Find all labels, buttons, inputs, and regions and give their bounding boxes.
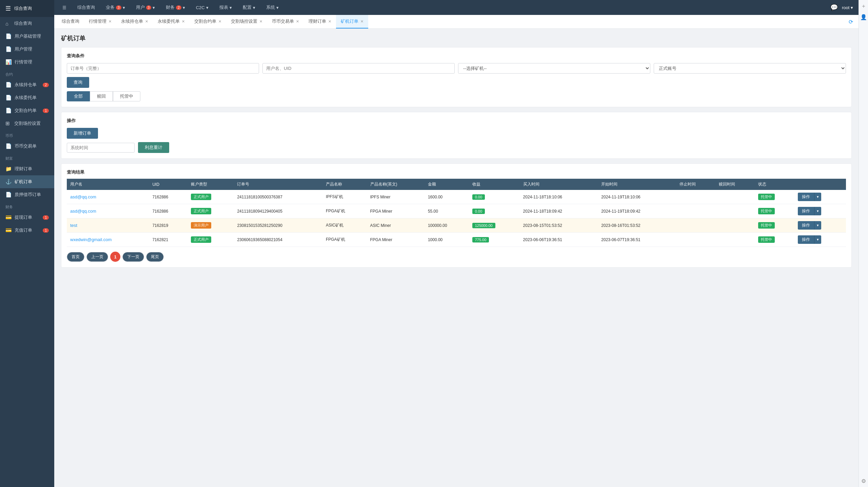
action-dropdown-button[interactable]: ▾ — [814, 207, 821, 215]
username-link[interactable]: asd@qq.com — [70, 209, 96, 214]
action-button[interactable]: 操作 — [798, 221, 814, 230]
tab-交割场控设置[interactable]: 交割场控设置 ✕ — [226, 15, 267, 28]
user-avatar-icon[interactable]: 👤 — [860, 14, 867, 20]
topnav-item-财务[interactable]: 财务 2 ▾ — [163, 4, 188, 11]
new-order-button[interactable]: 新增订单 — [67, 128, 98, 139]
tab-close-理财订单[interactable]: ✕ — [328, 19, 331, 24]
sidebar-item-提现订单[interactable]: 💳 提现订单 1 — [0, 211, 54, 224]
topnav-menu[interactable]: ☰ — [60, 5, 69, 10]
page-last-button[interactable]: 尾页 — [146, 252, 164, 262]
topnav-item-报表[interactable]: 报表 ▾ — [217, 4, 235, 11]
card-icon: 💳 — [5, 227, 12, 233]
tab-理财订单[interactable]: 理财订单 ✕ — [304, 15, 336, 28]
action-dropdown-button[interactable]: ▾ — [814, 193, 821, 201]
cell-buy-time: 2024-11-18T18:09:42 — [520, 204, 598, 218]
tab-close-永续持仓单[interactable]: ✕ — [145, 19, 148, 24]
revenue-badge: 125000.00 — [472, 223, 495, 228]
sidebar-item-充值订单[interactable]: 💳 充值订单 1 — [0, 224, 54, 237]
tab-close-矿机订单[interactable]: ✕ — [360, 19, 363, 24]
action-button[interactable]: 操作 — [798, 207, 814, 215]
tab-交割合约单[interactable]: 交割合约单 ✕ — [190, 15, 226, 28]
username-link[interactable]: test — [70, 223, 77, 228]
recalc-button[interactable]: 利息重计 — [138, 142, 169, 153]
tab-永续委托单[interactable]: 永续委托单 ✕ — [153, 15, 190, 28]
sidebar-item-行情管理[interactable]: 📊 行情管理 — [0, 56, 54, 69]
search-button[interactable]: 查询 — [67, 77, 89, 88]
cell-uid: 7162886 — [149, 190, 188, 204]
action-button[interactable]: 操作 — [798, 193, 814, 201]
refresh-icon[interactable]: ⟳ — [846, 19, 856, 25]
cell-status: 托管中 — [755, 190, 795, 204]
chat-icon[interactable]: 💬 — [830, 4, 838, 11]
sidebar-item-矿机订单[interactable]: ⚓ 矿机订单 — [0, 175, 54, 188]
topnav-item-系统[interactable]: 系统 ▾ — [263, 4, 281, 11]
filter-tab-redeemed[interactable]: 赎回 — [90, 91, 113, 101]
username-uid-input[interactable] — [262, 63, 455, 74]
tab-close-币币交易单[interactable]: ✕ — [296, 19, 299, 24]
sidebar-item-永续持仓单[interactable]: 📄 永续持仓单 2 — [0, 78, 54, 91]
topnav-item-配置[interactable]: 配置 ▾ — [240, 4, 258, 11]
action-dropdown-button[interactable]: ▾ — [814, 235, 821, 244]
sidebar-header[interactable]: ☰ 综合查询 — [0, 0, 54, 17]
revenue-badge: 0.00 — [472, 209, 485, 214]
page-first-button[interactable]: 首页 — [67, 252, 84, 262]
filter-tab-all[interactable]: 全部 — [67, 91, 90, 101]
username-link[interactable]: wxedwin@gmail.com — [70, 237, 112, 242]
topnav-item-综合查询[interactable]: 综合查询 — [75, 4, 98, 11]
topnav: ☰ 综合查询 业务 3 ▾ 用户 3 ▾ 财务 2 ▾ C2C ▾ 报表 ▾ 配 — [54, 0, 859, 15]
settings-icon[interactable]: ⚙ — [861, 478, 866, 484]
account-type-select[interactable]: 正式账号 演示账号 — [654, 63, 846, 74]
action-dropdown-button[interactable]: ▾ — [814, 221, 821, 230]
tab-永续持仓单[interactable]: 永续持仓单 ✕ — [116, 15, 153, 28]
status-badge: 托管中 — [758, 208, 775, 214]
sidebar-item-用户管理[interactable]: 📄 用户管理 — [0, 43, 54, 56]
tab-币币交易单[interactable]: 币币交易单 ✕ — [267, 15, 304, 28]
sidebar-item-用户基础管理[interactable]: 📄 用户基础管理 — [0, 30, 54, 43]
action-button[interactable]: 操作 — [798, 235, 814, 244]
tab-close-交割场控设置[interactable]: ✕ — [259, 19, 262, 24]
system-time-input[interactable] — [67, 143, 135, 153]
cell-start-time: 2024-11-19T18:10:06 — [598, 190, 676, 204]
topnav-right: 💬 root ▾ — [830, 4, 853, 11]
sidebar-item-label: 质押借币订单 — [15, 192, 41, 198]
tab-矿机订单[interactable]: 矿机订单 ✕ — [336, 15, 368, 28]
page-prev-button[interactable]: 上一页 — [86, 252, 108, 262]
sidebar-item-综合查询[interactable]: ⌂ 综合查询 — [0, 17, 54, 30]
cell-redeem-time — [715, 233, 755, 247]
tab-综合查询[interactable]: 综合查询 — [57, 15, 84, 28]
topnav-item-C2C[interactable]: C2C ▾ — [193, 5, 211, 10]
action-btn-group: 操作 ▾ — [798, 221, 843, 230]
cell-order-no: 2306061936508802105​4 — [234, 233, 322, 247]
cell-product-name: ASIC矿机 — [322, 218, 367, 233]
sidebar-item-币币交易单[interactable]: 📄 币币交易单 — [0, 140, 54, 153]
sidebar-item-交割场控设置[interactable]: ⊞ 交割场控设置 — [0, 117, 54, 130]
sidebar-item-永续委托单[interactable]: 📄 永续委托单 — [0, 91, 54, 104]
plus-icon[interactable]: ＋ — [861, 3, 866, 10]
cell-status: 托管中 — [755, 233, 795, 247]
sidebar-item-交割合约单[interactable]: 📄 交割合约单 1 — [0, 104, 54, 117]
order-number-input[interactable] — [67, 63, 259, 74]
page-next-button[interactable]: 下一页 — [122, 252, 144, 262]
topnav-item-业务[interactable]: 业务 3 ▾ — [103, 4, 128, 11]
tab-close-永续委托单[interactable]: ✕ — [182, 19, 185, 24]
sidebar-item-理财订单[interactable]: 📁 理财订单 — [0, 162, 54, 175]
topnav-user[interactable]: root ▾ — [842, 5, 853, 10]
topnav-label: 系统 — [266, 4, 275, 11]
sidebar-item-label: 永续持仓单 — [15, 82, 37, 88]
sidebar-item-label: 行情管理 — [15, 59, 32, 65]
tab-行情管理[interactable]: 行情管理 ✕ — [84, 15, 116, 28]
tab-close-交割合约单[interactable]: ✕ — [218, 19, 221, 24]
filter-tab-hosting[interactable]: 托管中 — [113, 91, 140, 101]
username-link[interactable]: asd@qq.com — [70, 194, 96, 199]
col-amount: 金额 — [425, 179, 469, 190]
topnav-item-用户[interactable]: 用户 3 ▾ — [133, 4, 158, 11]
miner-select[interactable]: --选择矿机-- IPFS矿机 FPGA矿机 ASIC矿机 — [458, 63, 650, 74]
cell-status: 托管中 — [755, 218, 795, 233]
ops-row: 新增订单 — [67, 128, 846, 139]
cell-action: 操作 ▾ — [794, 204, 846, 218]
chevron-down-icon: ▾ — [206, 5, 209, 10]
sidebar-section-main: ⌂ 综合查询 📄 用户基础管理 📄 用户管理 📊 行情管理 — [0, 17, 54, 69]
tab-close-行情管理[interactable]: ✕ — [108, 19, 112, 24]
sidebar-item-质押借币订单[interactable]: 📄 质押借币订单 — [0, 188, 54, 201]
cell-uid: 7162886 — [149, 204, 188, 218]
